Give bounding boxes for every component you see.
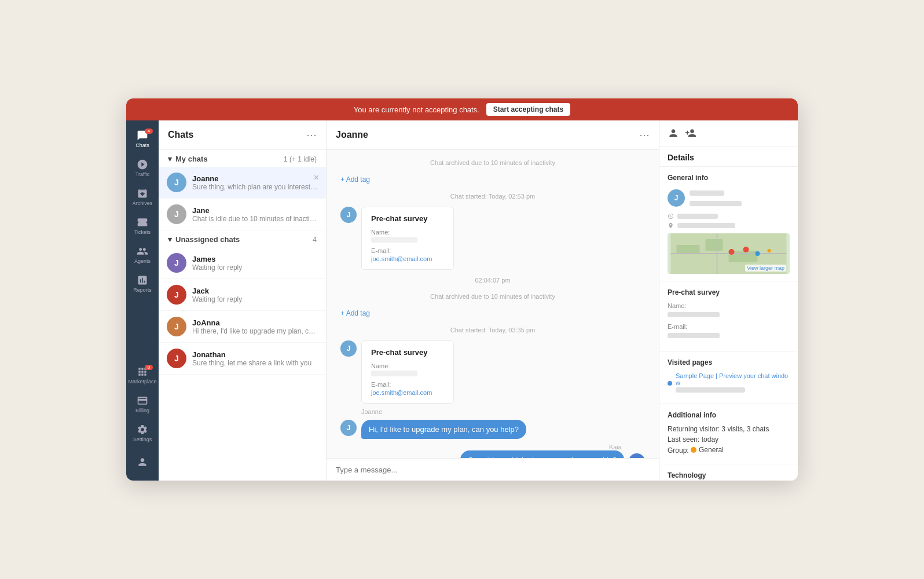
add-person-icon[interactable] [685,127,696,139]
group-label: Group: [668,446,689,455]
svg-point-7 [743,247,749,252]
chat-title: Joanne [336,130,368,140]
sidebar-item-billing[interactable]: Billing [129,390,156,418]
blurred-name [690,190,724,196]
sidebar-item-tickets[interactable]: Tickets [129,212,156,240]
chat-name-james: James [192,255,318,263]
survey-card-1: Pre-chat survey Name: E-mail: joe.smith@… [361,207,454,270]
info-line-time [668,213,790,219]
last-seen-row: Last seen: today [668,435,790,444]
close-chat-joanne[interactable]: × [314,173,319,183]
sidebar-item-marketplace[interactable]: Marketplace 0 [129,361,156,389]
general-info-user-row: J [668,188,790,208]
chat-item-joanna[interactable]: J JoAnna Hi there, I'd like to upgrade m… [159,311,326,343]
group-badge: General [691,446,724,454]
chat-name-joanne: Joanne [192,174,318,183]
nav-label-agents: Agents [134,258,151,264]
unassigned-chats-section-header[interactable]: ▾ Unassigned chats 4 [159,230,326,247]
chat-item-joanne[interactable]: J Joanne Sure thing, which plan are you … [159,167,326,199]
sidebar-item-chats[interactable]: Chats 4 [129,125,156,153]
my-chats-section-header[interactable]: ▾ My chats 1 (+ 1 idle) [159,150,326,167]
visited-page-name[interactable]: Sample Page | Preview your chat window [676,372,790,386]
chat-info-jack: Jack Waiting for reply [192,287,318,303]
msg-avatar-1: J [340,207,357,223]
system-msg-5: Chat started: Today, 03:35 pm [340,327,645,334]
survey-name-val [668,312,720,317]
map-larger-link[interactable]: View larger map [745,265,786,272]
survey-name-label-1: Name: [371,229,444,236]
person-icon [668,127,679,139]
sidebar-nav: Chats 4 Traffic Archives Tickets Agents [126,120,159,481]
nav-label-archives: Archives [133,200,153,206]
system-msg-4: Chat archived due to 10 minutes of inact… [340,293,645,300]
nav-label-traffic: Traffic [135,171,150,177]
chats-panel: Chats ⋯ ▾ My chats 1 (+ 1 idle) J Joanne [159,120,327,481]
chat-info-joanne: Joanne Sure thing, which plan are you in… [192,174,318,191]
start-accepting-button[interactable]: Start accepting chats [486,103,570,116]
visited-pages-section: Visited pages Sample Page | Preview your… [659,351,798,404]
sidebar-item-settings[interactable]: Settings [129,419,156,447]
chat-info-jonathan: Jonathan Sure thing, let me share a link… [192,350,318,367]
msg-avatar-joanne: J [340,420,357,436]
message-input[interactable] [336,466,650,474]
blurred-time [677,214,718,219]
chat-item-jack[interactable]: J Jack Waiting for reply [159,279,326,311]
survey-email-val [668,333,720,338]
chats-panel-title: Chats [168,130,193,140]
additional-info-section: Additional info Returning visitor: 3 vis… [659,404,798,464]
chat-item-jonathan[interactable]: J Jonathan Sure thing, let me share a li… [159,343,326,375]
survey-field-email-2: E-mail: joe.smith@email.com [371,381,444,396]
svg-rect-2 [706,239,723,251]
blurred-email [690,201,742,206]
chat-item-jane[interactable]: J Jane Chat is idle due to 10 minutes of… [159,199,326,230]
info-line-location [668,222,790,229]
chat-name-joanna: JoAnna [192,318,318,327]
sidebar-item-traffic[interactable]: Traffic [129,154,156,182]
chat-more-button[interactable]: ⋯ [639,129,650,141]
user-bubble-row: J Hi, I'd like to upgrade my plan, can y… [340,420,645,439]
chat-info-joanna: JoAnna Hi there, I'd like to upgrade my … [192,318,318,335]
chat-info-james: James Waiting for reply [192,255,318,272]
avatar-joanne: J [167,173,186,192]
map-placeholder[interactable]: View larger map [668,233,790,274]
survey-email-val-2: joe.smith@email.com [371,389,444,396]
technology-section: Technology [659,464,798,481]
chat-preview-joanne: Sure thing, which plan are you intereste… [192,183,318,191]
survey-email-label: E-mail: [668,323,790,330]
agent-bubble: Sure thing, which plan are you intereste… [460,450,624,458]
pre-chat-survey-title: Pre-chat survey [668,288,790,296]
additional-info-title: Additional info [668,411,790,419]
chat-name-jonathan: Jonathan [192,350,318,359]
agent-bubble-row: Sure thing, which plan are you intereste… [460,450,645,458]
visited-page-row: Sample Page | Preview your chat window [668,372,790,394]
survey-msg-2: J Pre-chat survey Name: E-mail: joe.smit… [340,340,645,404]
svg-rect-1 [677,245,700,254]
survey-title-1: Pre-chat survey [371,214,444,223]
system-msg-1: Chat archived due to 10 minutes of inact… [340,159,645,166]
unassigned-chats-label: Unassigned chats [175,235,240,244]
survey-name-row: Name: [668,302,790,320]
chevron-down-icon: ▾ [168,155,172,163]
sidebar-item-reports[interactable]: Reports [129,270,156,298]
sidebar-item-agents[interactable]: Agents [129,241,156,269]
chat-item-james[interactable]: J James Waiting for reply [159,247,326,279]
msg-avatar-2: J [340,340,357,357]
technology-title: Technology [668,471,790,479]
chat-preview-james: Waiting for reply [192,263,318,272]
sidebar-item-archives[interactable]: Archives [129,183,156,211]
system-msg-3: 02:04:07 pm [340,277,645,284]
survey-name-label: Name: [668,302,790,309]
unassigned-count: 4 [313,236,317,244]
chats-more-button[interactable]: ⋯ [306,129,317,141]
nav-label-marketplace: Marketplace [128,379,156,384]
chats-panel-header: Chats ⋯ [159,120,326,150]
add-tag-2[interactable]: + Add tag [340,309,645,317]
chat-main-header: Joanne ⋯ [327,120,659,150]
visited-pages-title: Visited pages [668,358,790,367]
agent-avatar-kaia: K [629,453,645,458]
add-tag-1[interactable]: + Add tag [340,175,645,184]
main-layout: Chats 4 Traffic Archives Tickets Agents [126,120,798,481]
sidebar-item-profile[interactable] [129,448,156,476]
details-panel: Details General info J [659,120,798,481]
chat-info-jane: Jane Chat is idle due to 10 minutes of i… [192,206,318,223]
